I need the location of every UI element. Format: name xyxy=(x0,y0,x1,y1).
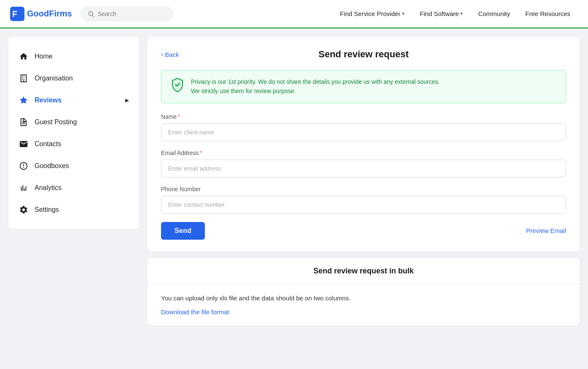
sidebar-item-contacts[interactable]: Contacts xyxy=(8,133,139,155)
nav-find-software[interactable]: Find Software ▾ xyxy=(412,7,471,21)
sidebar-item-settings[interactable]: Settings xyxy=(8,199,139,221)
header: F GoodFirms Find Service Provider ▾ Find… xyxy=(0,0,588,29)
chart-icon xyxy=(19,183,29,193)
preview-email-link[interactable]: Preview Email xyxy=(526,227,566,234)
email-input[interactable] xyxy=(161,160,566,177)
chevron-down-icon: ▾ xyxy=(460,11,463,16)
chevron-right-icon: ▶ xyxy=(125,97,129,103)
privacy-text: Privacy is our 1st priority. We do not s… xyxy=(191,77,440,96)
sidebar-item-organisation[interactable]: Organisation xyxy=(8,67,139,89)
page-layout: Home Organisation Reviews ▶ Guest Postin… xyxy=(0,29,588,369)
nav-links: Find Service Provider ▾ Find Software ▾ … xyxy=(332,7,578,21)
bulk-title-bar: Send review request in bulk xyxy=(148,258,580,284)
name-field-group: Name * xyxy=(161,113,566,141)
badge-icon xyxy=(19,161,29,171)
form-title: Send review request xyxy=(161,49,566,60)
sidebar-item-analytics[interactable]: Analytics xyxy=(8,177,139,199)
sidebar: Home Organisation Reviews ▶ Guest Postin… xyxy=(8,37,139,229)
name-input[interactable] xyxy=(161,123,566,141)
sidebar-label-analytics: Analytics xyxy=(35,184,62,192)
form-actions: Send Preview Email xyxy=(161,222,566,240)
required-indicator: * xyxy=(200,150,202,156)
sidebar-item-guest-posting[interactable]: Guest Posting xyxy=(8,111,139,133)
phone-input[interactable] xyxy=(161,196,566,214)
document-icon xyxy=(19,117,29,127)
bulk-upload-card: Send review request in bulk You can uplo… xyxy=(148,258,580,326)
svg-line-3 xyxy=(92,15,94,17)
sidebar-label-settings: Settings xyxy=(35,206,59,214)
sidebar-label-reviews: Reviews xyxy=(35,96,62,104)
logo[interactable]: F GoodFirms xyxy=(10,7,72,21)
search-input[interactable] xyxy=(98,11,166,17)
nav-community[interactable]: Community xyxy=(470,7,518,21)
nav-find-service[interactable]: Find Service Provider ▾ xyxy=(332,7,412,21)
svg-point-2 xyxy=(89,11,93,16)
sidebar-item-goodboxes[interactable]: Goodboxes xyxy=(8,155,139,177)
name-label: Name * xyxy=(161,113,566,120)
gear-icon xyxy=(19,205,29,215)
privacy-banner: Privacy is our 1st priority. We do not s… xyxy=(161,70,566,103)
back-link[interactable]: ‹ Back xyxy=(161,51,179,58)
download-file-format-link[interactable]: Download the file format xyxy=(161,308,229,316)
sidebar-label-goodboxes: Goodboxes xyxy=(35,162,69,170)
sidebar-item-home[interactable]: Home xyxy=(8,45,139,67)
logo-text: GoodFirms xyxy=(27,9,72,19)
sidebar-item-reviews[interactable]: Reviews ▶ xyxy=(8,89,139,111)
search-box[interactable] xyxy=(81,7,173,21)
email-label: Email Address * xyxy=(161,150,566,156)
svg-text:F: F xyxy=(12,9,17,19)
bulk-body: You can upload only xls file and the dat… xyxy=(148,284,580,326)
search-icon xyxy=(88,11,94,17)
phone-label: Phone Number xyxy=(161,186,566,193)
phone-field-group: Phone Number xyxy=(161,186,566,214)
form-header: ‹ Back Send review request xyxy=(161,49,566,60)
sidebar-label-home: Home xyxy=(35,53,53,60)
shield-icon xyxy=(170,77,185,92)
email-field-group: Email Address * xyxy=(161,150,566,177)
required-indicator: * xyxy=(178,113,180,120)
star-icon xyxy=(19,95,29,105)
sidebar-label-contacts: Contacts xyxy=(35,140,61,148)
review-request-card: ‹ Back Send review request Privacy is ou… xyxy=(148,37,580,251)
bulk-title: Send review request in bulk xyxy=(161,267,566,275)
sidebar-label-organisation: Organisation xyxy=(35,75,73,82)
sidebar-label-guest-posting: Guest Posting xyxy=(35,118,77,126)
main-content: ‹ Back Send review request Privacy is ou… xyxy=(148,37,580,361)
chevron-down-icon: ▾ xyxy=(402,11,405,16)
building-icon xyxy=(19,73,29,83)
home-icon xyxy=(19,51,29,62)
send-button[interactable]: Send xyxy=(161,222,205,240)
chevron-left-icon: ‹ xyxy=(161,51,163,58)
bulk-description: You can upload only xls file and the dat… xyxy=(161,294,566,302)
nav-free-resources[interactable]: Free Resources xyxy=(518,7,578,21)
envelope-icon xyxy=(19,139,29,149)
